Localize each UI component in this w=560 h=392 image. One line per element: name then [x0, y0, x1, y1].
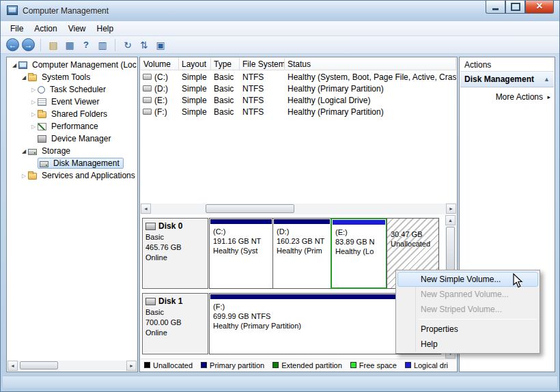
actions-pane-title: Actions	[460, 58, 554, 72]
partition-d[interactable]: (D:)160.23 GB NTHealthy (Prim	[272, 218, 331, 289]
volume-layout: Simple	[179, 107, 211, 117]
menu-view[interactable]: View	[63, 23, 92, 35]
tree-item-label: System Tools	[40, 72, 92, 82]
tree-item-event-viewer[interactable]: Event Viewer	[8, 96, 137, 108]
tree-item-label: Shared Folders	[49, 109, 109, 119]
tree-item-services-and-applications[interactable]: Services and Applications	[8, 169, 137, 182]
disk-icon	[145, 298, 156, 305]
volume-status: Healthy (System, Boot, Page File, Active…	[285, 72, 456, 82]
scroll-left-button[interactable]: ◄	[141, 204, 151, 214]
scroll-up-button[interactable]: ▲	[445, 215, 456, 225]
expander-collapsed-icon[interactable]	[20, 171, 28, 180]
volume-list: (C:)SimpleBasicNTFSHealthy (System, Boot…	[141, 71, 456, 117]
expander-expanded-icon[interactable]	[10, 61, 18, 69]
partition-status: Healthy (Syst	[213, 246, 271, 255]
tree-horizontal-scrollbar[interactable]: ◄ ►	[8, 361, 137, 371]
actions-section-label: Disk Management	[464, 74, 534, 84]
volume-list-horizontal-scrollbar[interactable]: ◄ ►	[141, 204, 456, 214]
expander-expanded-icon[interactable]	[20, 147, 28, 155]
column-header-layout[interactable]: Layout	[179, 58, 211, 70]
column-header-status[interactable]: Status	[285, 58, 456, 70]
partition-color-strip	[333, 220, 385, 225]
partition-legend: UnallocatedPrimary partitionExtended par…	[141, 359, 456, 371]
expander-collapsed-icon[interactable]	[29, 110, 38, 118]
partition-size: 30.47 GB	[391, 229, 437, 239]
legend-item-free-space: Free space	[350, 361, 397, 369]
tree-item-label: Task Scheduler	[48, 85, 108, 94]
scroll-track[interactable]	[151, 204, 446, 214]
tree-item-disk-management[interactable]: Disk Management	[8, 157, 137, 169]
disk-header[interactable]: Disk 0Basic465.76 GBOnline	[142, 218, 208, 289]
partition-status: Healthy (Prim	[277, 246, 329, 255]
disk-info: 700.00 GB	[145, 318, 205, 326]
export-list-icon[interactable]	[46, 38, 60, 52]
tree-item-task-scheduler[interactable]: Task Scheduler	[8, 83, 137, 96]
forward-icon[interactable]	[22, 38, 35, 51]
disk-icon	[145, 223, 156, 230]
volume-row-f[interactable]: (F:)SimpleBasicNTFSHealthy (Primary Part…	[141, 106, 456, 117]
scroll-right-button[interactable]: ►	[126, 361, 137, 371]
expander-collapsed-icon[interactable]	[29, 85, 38, 94]
refresh-icon[interactable]	[121, 38, 135, 52]
minimize-button[interactable]	[486, 1, 505, 14]
event-viewer-icon	[38, 98, 46, 106]
partition-e[interactable]: (E:)83.89 GB NHealthy (Lo	[331, 218, 387, 289]
expander-expanded-icon[interactable]	[20, 73, 28, 81]
volume-row-e[interactable]: (E:)SimpleBasicNTFSHealthy (Logical Driv…	[141, 94, 456, 106]
window-buttons	[486, 1, 554, 14]
partition-c[interactable]: (C:)191.16 GB NTHealthy (Syst	[209, 218, 273, 289]
maximize-button[interactable]	[505, 1, 525, 14]
partition-text: 30.47 GBUnallocated	[391, 229, 437, 249]
actions-section-disk-management[interactable]: Disk Management ▲	[460, 72, 554, 87]
back-icon[interactable]	[6, 38, 19, 51]
collapse-chevron-icon[interactable]: ▲	[544, 76, 550, 83]
properties-icon[interactable]	[154, 38, 167, 52]
titlebar[interactable]: Computer Management	[1, 1, 559, 21]
column-header-file-system[interactable]: File System	[240, 58, 285, 70]
menu-help[interactable]: Help	[92, 23, 120, 35]
legend-swatch	[405, 362, 411, 368]
volume-row-d[interactable]: (D:)SimpleBasicNTFSHealthy (Primary Part…	[141, 83, 456, 94]
column-header-volume[interactable]: Volume	[141, 58, 179, 70]
legend-swatch	[272, 362, 279, 368]
scroll-thumb[interactable]	[20, 361, 58, 369]
volume-row-c[interactable]: (C:)SimpleBasicNTFSHealthy (System, Boot…	[141, 71, 456, 83]
tree-item-storage[interactable]: Storage	[8, 145, 137, 157]
menu-file[interactable]: File	[5, 23, 29, 35]
scroll-thumb[interactable]	[446, 227, 455, 270]
menu-item-help[interactable]: Help	[397, 337, 538, 352]
menubar: FileActionViewHelp	[1, 21, 559, 36]
menu-item-new-striped-volume: New Striped Volume...	[397, 302, 538, 317]
disk-header[interactable]: Disk 1Basic700.00 GBOnline	[142, 293, 208, 354]
mouse-cursor	[513, 273, 524, 290]
tree-item-device-manager[interactable]: Device Manager	[8, 132, 137, 145]
expander-collapsed-icon[interactable]	[29, 122, 38, 130]
tree-item-computer-management-local[interactable]: Computer Management (Local	[8, 59, 137, 71]
scroll-left-button[interactable]: ◄	[8, 361, 18, 371]
partition-text: (E:)83.89 GB NHealthy (Lo	[335, 227, 384, 256]
rescan-disks-icon[interactable]	[137, 38, 151, 52]
help-icon[interactable]	[79, 38, 93, 52]
show-action-pane-icon[interactable]	[96, 38, 109, 52]
tree-item-label: Disk Management	[51, 158, 122, 168]
tree-item-label: Computer Management (Local	[30, 60, 137, 70]
partition-label: (D:)	[277, 227, 329, 236]
scroll-track[interactable]	[18, 361, 126, 371]
expander-collapsed-icon[interactable]	[29, 98, 38, 106]
legend-item-extended-partition: Extended partition	[272, 361, 342, 369]
tree-item-shared-folders[interactable]: Shared Folders	[8, 108, 137, 120]
more-actions-item[interactable]: More Actions ▸	[460, 90, 554, 104]
scroll-right-button[interactable]: ►	[446, 204, 456, 214]
device-manager-icon	[38, 135, 46, 143]
menu-item-properties[interactable]: Properties	[397, 322, 538, 337]
column-header-type[interactable]: Type	[211, 58, 240, 70]
legend-label: Primary partition	[210, 361, 264, 369]
volume-status: Healthy (Primary Partition)	[285, 107, 456, 117]
menu-action[interactable]: Action	[29, 23, 62, 35]
close-button[interactable]	[525, 1, 554, 14]
tree-item-system-tools[interactable]: System Tools	[8, 71, 137, 83]
scroll-thumb[interactable]	[206, 204, 294, 213]
toolbar-separator	[115, 39, 115, 51]
show-console-tree-icon[interactable]	[63, 38, 76, 52]
tree-item-performance[interactable]: Performance	[8, 120, 137, 132]
